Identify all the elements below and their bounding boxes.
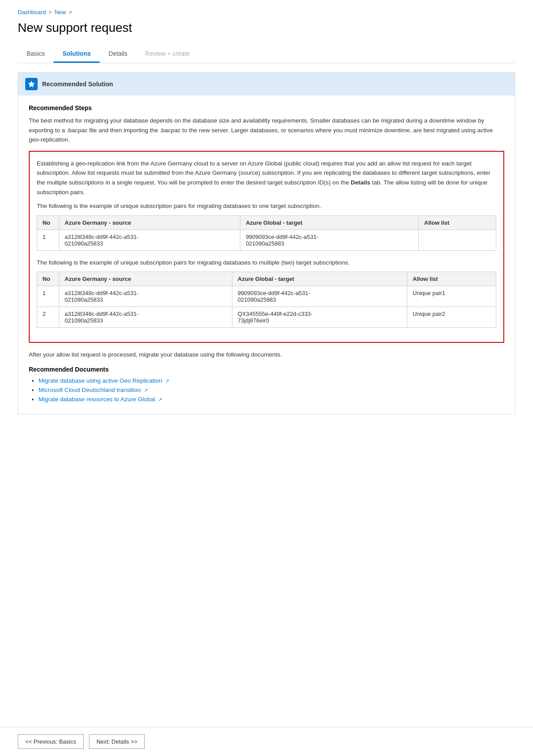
table2: No Azure Germany - source Azure Global -… xyxy=(37,272,496,328)
table2-row1-source: a312i8348c-dd9f-442c-a531-021090a25833 xyxy=(59,286,232,307)
table2-row1-allow: Unique pair1 xyxy=(407,286,496,307)
table1-header-source: Azure Germany - source xyxy=(59,215,240,230)
content-card: Recommended Solution Recommended Steps T… xyxy=(18,72,515,414)
external-link-icon-2: ↗ xyxy=(144,388,148,393)
rec-solution-title: Recommended Solution xyxy=(42,81,113,88)
external-link-icon-3: ↗ xyxy=(158,397,162,403)
list-item: Microsoft Cloud Deutschland transition ↗ xyxy=(39,387,504,393)
doc-link-3[interactable]: Migrate database resources to Azure Glob… xyxy=(39,396,162,403)
red-box-section: Establishing a geo-replication link from… xyxy=(29,151,504,343)
table2-row2-no: 2 xyxy=(37,307,59,328)
prev-button[interactable]: << Previous: Basics xyxy=(18,734,84,749)
table1-row1-allow xyxy=(419,230,496,250)
table1-header-target: Azure Global - target xyxy=(240,215,419,230)
breadcrumb: Dashboard > New > xyxy=(18,9,515,15)
next-button[interactable]: Next: Details >> xyxy=(89,734,145,749)
recommended-steps-title: Recommended Steps xyxy=(29,104,504,111)
table-row: 1 a312i8348c-dd9f-442c-a531-021090a25833… xyxy=(37,286,496,307)
table2-row2-source: a312i8348c-dd9f-442c-a531-021090a25833 xyxy=(59,307,232,328)
tab-details[interactable]: Details xyxy=(100,46,136,63)
table2-row1-no: 1 xyxy=(37,286,59,307)
after-text: After your allow list request is process… xyxy=(29,350,504,360)
content-body: Recommended Steps The best method for mi… xyxy=(18,96,515,414)
list-item: Migrate database using active Geo Replic… xyxy=(39,377,504,384)
table1-row1-source: a312i8348c-dd9f-442c-a531-021090a25833 xyxy=(59,230,240,250)
table1-header-no: No xyxy=(37,215,59,230)
breadcrumb-sep2: > xyxy=(69,9,72,15)
doc-link-1[interactable]: Migrate database using active Geo Replic… xyxy=(39,377,169,384)
footer-nav: << Previous: Basics Next: Details >> xyxy=(0,727,533,756)
table2-header-source: Azure Germany - source xyxy=(59,272,232,286)
tab-solutions[interactable]: Solutions xyxy=(54,46,100,63)
breadcrumb-dashboard[interactable]: Dashboard xyxy=(18,9,46,15)
table1-row1-no: 1 xyxy=(37,230,59,250)
table2-row2-allow: Unique pair2 xyxy=(407,307,496,328)
table2-row2-target: QX345555e-449f-e22d-c333-73jdj876eir0 xyxy=(232,307,407,328)
table1-row1-target: 9909093ce-dd9f-442c-a531-021090a25883 xyxy=(240,230,419,250)
recommended-solution-header: Recommended Solution xyxy=(18,73,515,96)
details-bold: Details xyxy=(351,179,370,186)
doc-link-2[interactable]: Microsoft Cloud Deutschland transition ↗ xyxy=(39,387,148,393)
docs-list: Migrate database using active Geo Replic… xyxy=(29,377,504,403)
table2-caption: The following is the example of unique s… xyxy=(37,258,496,268)
table2-header-no: No xyxy=(37,272,59,286)
red-box-para1: Establishing a geo-replication link from… xyxy=(37,159,496,197)
table2-header-allow: Allow list xyxy=(407,272,496,286)
page-title: New support request xyxy=(18,21,515,35)
table1: No Azure Germany - source Azure Global -… xyxy=(37,215,496,251)
external-link-icon-1: ↗ xyxy=(165,378,169,384)
table2-header-target: Azure Global - target xyxy=(232,272,407,286)
table1-header-allow: Allow list xyxy=(419,215,496,230)
intro-text: The best method for migrating your datab… xyxy=(29,116,504,145)
tab-review-create[interactable]: Review + create xyxy=(136,46,199,63)
breadcrumb-sep1: > xyxy=(49,9,52,15)
recommended-docs-title: Recommended Documents xyxy=(29,366,504,373)
list-item: Migrate database resources to Azure Glob… xyxy=(39,396,504,403)
solution-icon xyxy=(25,78,38,90)
tab-basics[interactable]: Basics xyxy=(18,46,54,63)
table-row: 1 a312i8348c-dd9f-442c-a531-021090a25833… xyxy=(37,230,496,250)
breadcrumb-new[interactable]: New xyxy=(54,9,66,15)
table-row: 2 a312i8348c-dd9f-442c-a531-021090a25833… xyxy=(37,307,496,328)
tabs-bar: Basics Solutions Details Review + create xyxy=(18,46,515,63)
table2-row1-target: 9909093ce-dd9f-442c-a531-021090a25883 xyxy=(232,286,407,307)
table1-caption: The following is the example of unique s… xyxy=(37,201,496,211)
